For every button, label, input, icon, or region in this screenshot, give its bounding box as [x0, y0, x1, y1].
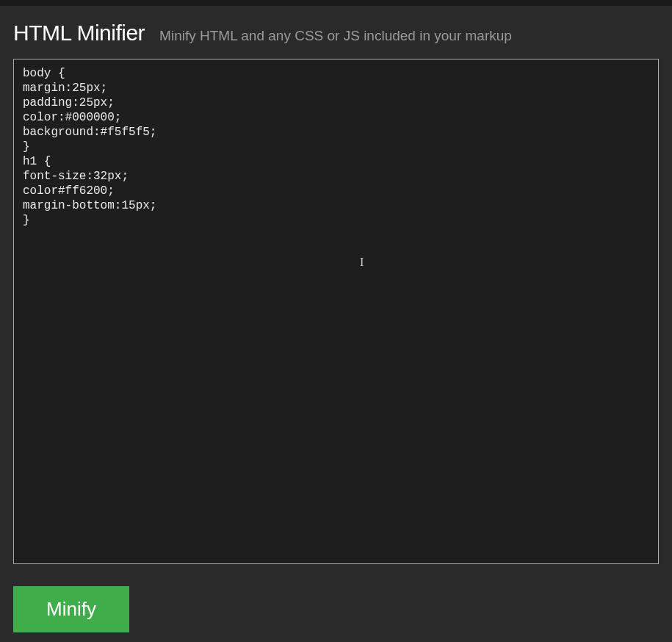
main-container: HTML Minifier Minify HTML and any CSS or… — [0, 6, 672, 642]
header: HTML Minifier Minify HTML and any CSS or… — [13, 21, 659, 46]
code-input[interactable] — [23, 66, 649, 557]
page-subtitle: Minify HTML and any CSS or JS included i… — [159, 28, 512, 44]
actions-row: Minify — [13, 586, 659, 632]
text-cursor-icon: I — [360, 256, 361, 268]
minify-button[interactable]: Minify — [13, 586, 129, 632]
page-title: HTML Minifier — [13, 21, 145, 46]
top-bar — [0, 0, 672, 6]
editor-panel: I — [13, 59, 659, 564]
